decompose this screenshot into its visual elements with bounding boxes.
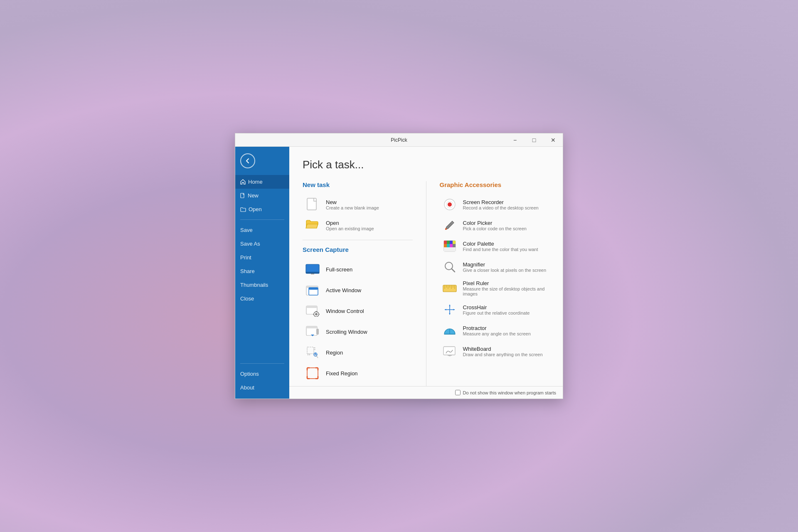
svg-rect-51 <box>453 241 456 244</box>
task-new-name: New <box>326 199 379 205</box>
sidebar-new-label: New <box>248 192 259 199</box>
sidebar-item-close[interactable]: Close <box>235 292 289 305</box>
task-open-text: Open Open an existing image <box>326 220 374 231</box>
svg-rect-3 <box>306 272 319 273</box>
task-open[interactable]: Open Open an existing image <box>303 215 413 236</box>
new-task-section-title: New task <box>303 181 413 188</box>
footer: Do not show this window when program sta… <box>289 386 563 399</box>
task-fixed-region-text: Fixed Region <box>326 370 358 377</box>
task-whiteboard-text: WhiteBoard Draw and share anything on th… <box>463 346 543 357</box>
open-file-icon <box>305 218 320 233</box>
task-fixed-region[interactable]: Fixed Region <box>303 363 413 384</box>
svg-rect-70 <box>448 355 452 356</box>
svg-rect-56 <box>444 247 456 251</box>
svg-rect-55 <box>453 244 456 247</box>
svg-rect-52 <box>444 244 447 247</box>
task-whiteboard[interactable]: WhiteBoard Draw and share anything on th… <box>440 341 550 362</box>
task-active-window[interactable]: Active Window <box>303 280 413 300</box>
svg-rect-49 <box>447 241 450 244</box>
svg-rect-8 <box>309 288 318 290</box>
sidebar-item-save[interactable]: Save <box>235 223 289 237</box>
task-active-window-name: Active Window <box>326 287 361 293</box>
sidebar-divider-1 <box>240 219 284 220</box>
task-region-text: Region <box>326 350 343 356</box>
svg-rect-50 <box>450 241 453 244</box>
sidebar-print-label: Print <box>240 254 251 261</box>
svg-rect-54 <box>450 244 453 247</box>
sidebar-item-about[interactable]: About <box>235 381 289 394</box>
svg-rect-18 <box>306 326 317 328</box>
svg-rect-20 <box>307 347 314 354</box>
task-protractor-desc: Measure any angle on the screen <box>463 331 531 336</box>
task-scrolling-window-name: Scrolling Window <box>326 329 367 335</box>
task-color-picker-name: Color Picker <box>463 220 527 226</box>
sidebar-open-label: Open <box>249 206 262 212</box>
task-protractor-name: Protractor <box>463 325 531 331</box>
svg-point-12 <box>315 313 318 315</box>
footer-checkbox-label[interactable]: Do not show this window when program sta… <box>455 390 556 395</box>
sidebar-options-label: Options <box>240 371 259 377</box>
task-whiteboard-name: WhiteBoard <box>463 346 543 352</box>
region-icon <box>305 345 320 360</box>
task-window-control-text: Window Control <box>326 308 364 314</box>
task-screen-recorder-text: Screen Recorder Record a video of the de… <box>463 199 539 210</box>
task-scrolling-window[interactable]: Scrolling Window <box>303 321 413 342</box>
svg-rect-19 <box>316 329 319 335</box>
task-fullscreen-name: Full-screen <box>326 266 352 273</box>
left-column: New task New Create a ne <box>303 181 426 386</box>
task-window-control[interactable]: Window Control <box>303 300 413 321</box>
task-crosshair[interactable]: CrossHair Figure out the relative coordi… <box>440 299 550 320</box>
task-color-picker-desc: Pick a color code on the screen <box>463 226 527 231</box>
sidebar-close-label: Close <box>240 296 254 302</box>
task-pixel-ruler-name: Pixel Ruler <box>463 280 547 286</box>
crosshair-icon <box>442 302 457 317</box>
svg-rect-48 <box>444 241 447 244</box>
sidebar-share-label: Share <box>240 268 255 274</box>
sidebar-item-new[interactable]: New <box>235 189 289 202</box>
task-screen-recorder[interactable]: Screen Recorder Record a video of the de… <box>440 194 550 215</box>
svg-rect-10 <box>306 306 317 308</box>
svg-rect-27 <box>307 368 318 379</box>
whiteboard-icon <box>442 344 457 359</box>
open-folder-icon <box>240 207 246 212</box>
right-column: Graphic Accessories S <box>426 181 550 386</box>
home-icon <box>240 179 246 185</box>
dont-show-checkbox[interactable] <box>455 390 461 395</box>
back-button[interactable] <box>240 153 255 168</box>
sidebar-item-options[interactable]: Options <box>235 367 289 381</box>
sidebar-save-label: Save <box>240 227 253 233</box>
task-region[interactable]: Region <box>303 342 413 363</box>
close-button[interactable]: ✕ <box>544 133 563 147</box>
sidebar-item-share[interactable]: Share <box>235 264 289 278</box>
screen-recorder-icon <box>442 197 457 212</box>
task-color-picker[interactable]: Color Picker Pick a color code on the sc… <box>440 215 550 236</box>
task-protractor[interactable]: Protractor Measure any angle on the scre… <box>440 320 550 341</box>
two-column-layout: New task New Create a ne <box>303 181 549 386</box>
sidebar-about-label: About <box>240 384 254 391</box>
sidebar-home-label: Home <box>248 179 263 185</box>
maximize-button[interactable]: □ <box>525 133 544 147</box>
sidebar-item-home[interactable]: Home <box>235 175 289 189</box>
fixed-region-icon <box>305 366 320 381</box>
task-crosshair-desc: Figure out the relative coordinate <box>463 310 530 315</box>
svg-rect-53 <box>447 244 450 247</box>
task-active-window-text: Active Window <box>326 287 361 293</box>
sidebar-item-thumbnails[interactable]: Thumbnails <box>235 278 289 292</box>
task-new[interactable]: New Create a new blank image <box>303 194 413 215</box>
page-title: Pick a task... <box>303 158 549 171</box>
section-divider-1 <box>303 240 413 240</box>
task-crosshair-text: CrossHair Figure out the relative coordi… <box>463 304 530 315</box>
svg-rect-0 <box>241 193 244 198</box>
task-color-palette[interactable]: Color Palette Find and tune the color th… <box>440 236 550 256</box>
task-magnifier[interactable]: Magnifier Give a closer look at pixels o… <box>440 256 550 277</box>
task-fullscreen[interactable]: Full-screen <box>303 259 413 280</box>
task-pixel-ruler[interactable]: Pixel Ruler Measure the size of desktop … <box>440 277 550 299</box>
app-window: PicPick − □ ✕ Home <box>235 133 563 399</box>
sidebar-spacer <box>235 305 289 360</box>
task-pixel-ruler-text: Pixel Ruler Measure the size of desktop … <box>463 280 547 296</box>
sidebar-item-open[interactable]: Open <box>235 202 289 216</box>
minimize-button[interactable]: − <box>505 133 525 147</box>
sidebar-item-print[interactable]: Print <box>235 251 289 264</box>
task-fixed-region-name: Fixed Region <box>326 370 358 377</box>
sidebar-item-save-as[interactable]: Save As <box>235 237 289 251</box>
